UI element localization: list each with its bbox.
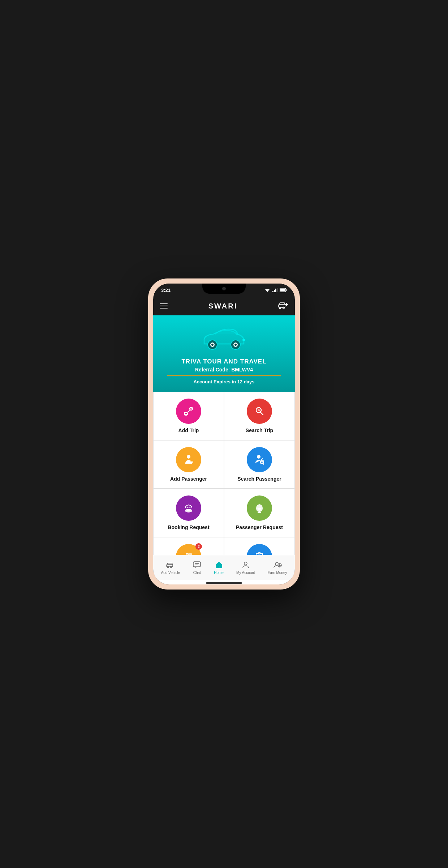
svg-point-11 xyxy=(283,307,285,309)
menu-line-1 xyxy=(160,303,168,304)
upcoming-trips-icon xyxy=(247,544,272,555)
svg-rect-3 xyxy=(274,290,275,292)
nav-my-account[interactable]: My Account xyxy=(233,559,258,576)
nav-my-account-label: My Account xyxy=(236,571,255,575)
menu-line-2 xyxy=(160,306,168,306)
nav-earn-money[interactable]: Earn Money xyxy=(265,559,290,576)
nav-add-vehicle[interactable]: Add Vehicle xyxy=(158,559,183,576)
svg-point-23 xyxy=(190,407,192,409)
menu-line-3 xyxy=(160,308,168,309)
svg-point-54 xyxy=(167,566,169,568)
add-passenger-icon xyxy=(176,447,201,472)
status-bar: 3:21 xyxy=(153,284,295,297)
svg-point-16 xyxy=(211,344,214,346)
banner-company: TRIVA TOUR AND TRAVEL xyxy=(181,358,266,365)
status-time: 3:21 xyxy=(161,288,171,293)
svg-rect-56 xyxy=(193,562,201,567)
svg-rect-39 xyxy=(259,511,260,512)
phone-inner: 3:21 xyxy=(153,284,295,584)
add-trip-label: Add Trip xyxy=(178,427,199,433)
svg-point-10 xyxy=(279,307,281,309)
main-grid: Add Trip Search Trip xyxy=(153,392,295,555)
svg-point-20 xyxy=(242,339,245,341)
app-screen: SWARI xyxy=(153,297,295,584)
chat-nav-icon xyxy=(193,561,201,569)
svg-rect-40 xyxy=(258,512,261,513)
nav-chat[interactable]: Chat xyxy=(190,559,204,576)
nav-home-label: Home xyxy=(214,571,224,575)
booking-request-button[interactable]: Booking Request xyxy=(153,489,224,537)
svg-line-36 xyxy=(261,459,263,460)
add-trip-button[interactable]: Add Trip xyxy=(153,392,224,440)
wifi-icon xyxy=(264,288,270,292)
my-account-nav-icon xyxy=(241,561,250,569)
nav-home[interactable]: Home xyxy=(211,559,227,576)
svg-point-24 xyxy=(185,414,187,415)
svg-marker-1 xyxy=(266,290,269,292)
bottom-nav: Add Vehicle Chat xyxy=(153,555,295,580)
menu-button[interactable] xyxy=(160,303,168,309)
listed-trips-badge: 2 xyxy=(195,543,202,550)
banner: TRIVA TOUR AND TRAVEL Referral Code: BML… xyxy=(153,315,295,392)
svg-point-55 xyxy=(170,566,172,568)
svg-point-32 xyxy=(257,455,260,459)
svg-point-28 xyxy=(259,411,260,412)
svg-rect-59 xyxy=(218,566,220,568)
earn-money-nav-icon xyxy=(273,561,282,569)
passenger-request-icon xyxy=(247,495,272,521)
svg-rect-38 xyxy=(187,509,190,511)
listed-trips-icon: 2 xyxy=(176,544,201,555)
svg-point-19 xyxy=(234,344,237,346)
add-passenger-button[interactable]: Add Passenger xyxy=(153,440,224,489)
nav-earn-money-label: Earn Money xyxy=(268,571,287,575)
svg-point-60 xyxy=(244,562,247,565)
passenger-request-label: Passenger Request xyxy=(236,524,283,530)
svg-line-26 xyxy=(260,412,263,415)
notch-camera xyxy=(222,287,226,290)
signal-icon xyxy=(272,288,277,292)
notch xyxy=(202,284,246,294)
svg-rect-4 xyxy=(275,289,276,292)
home-indicator xyxy=(206,582,242,584)
add-passenger-label: Add Passenger xyxy=(170,476,207,482)
search-trip-button[interactable]: Search Trip xyxy=(224,392,295,440)
home-nav-icon xyxy=(215,561,223,569)
svg-point-35 xyxy=(261,461,263,463)
app-title: SWARI xyxy=(208,302,238,310)
svg-rect-5 xyxy=(277,288,277,292)
svg-rect-7 xyxy=(286,289,287,291)
svg-point-29 xyxy=(187,455,190,459)
nav-chat-label: Chat xyxy=(193,571,201,575)
banner-expires: Account Expires in 12 days xyxy=(193,379,254,384)
upcoming-trips-button[interactable]: Upcoming Trips xyxy=(224,537,295,555)
banner-car-svg xyxy=(195,324,253,353)
banner-divider xyxy=(167,375,281,376)
search-passenger-icon xyxy=(247,447,272,472)
search-passenger-button[interactable]: Search Passenger xyxy=(224,440,295,489)
status-icons xyxy=(264,288,287,292)
listed-trips-button[interactable]: 2 Listed Trips xyxy=(153,537,224,555)
search-passenger-label: Search Passenger xyxy=(237,476,281,482)
svg-rect-2 xyxy=(272,291,273,292)
add-vehicle-icon[interactable] xyxy=(278,302,288,311)
phone-shell: 3:21 xyxy=(148,278,300,590)
banner-referral: Referral Code: BMLWV4 xyxy=(195,367,253,373)
search-trip-icon xyxy=(247,399,272,424)
svg-rect-8 xyxy=(280,289,285,292)
app-header: SWARI xyxy=(153,297,295,315)
add-vehicle-nav-icon xyxy=(166,561,175,569)
booking-request-label: Booking Request xyxy=(168,524,209,530)
svg-rect-50 xyxy=(258,552,260,554)
battery-icon xyxy=(280,288,287,292)
nav-add-vehicle-label: Add Vehicle xyxy=(161,571,180,575)
add-trip-icon xyxy=(176,399,201,424)
svg-rect-42 xyxy=(189,553,192,555)
passenger-request-button[interactable]: Passenger Request xyxy=(224,489,295,537)
search-trip-label: Search Trip xyxy=(246,427,273,433)
booking-request-icon xyxy=(176,495,201,521)
